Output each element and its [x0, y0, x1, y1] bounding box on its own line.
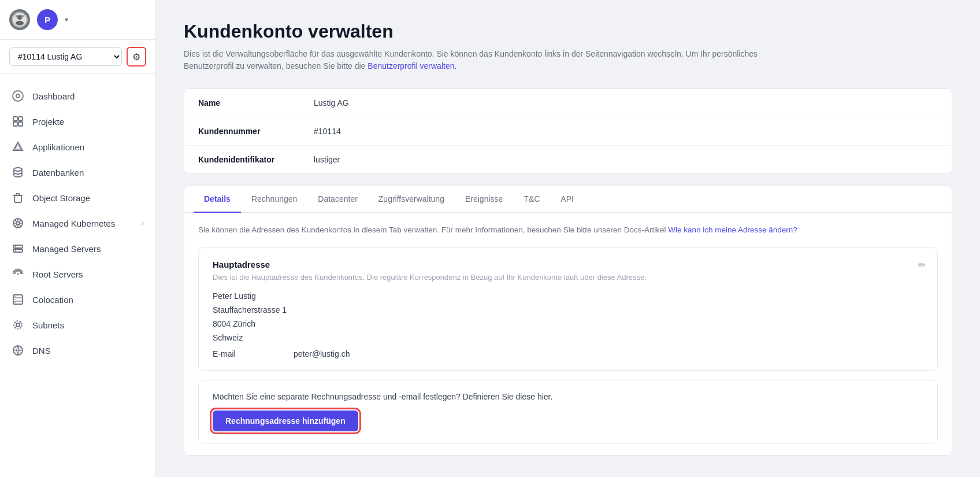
svg-rect-10 — [18, 117, 23, 121]
tab-details[interactable]: Details — [194, 186, 241, 213]
info-row-kundenidentifikator: Kundenidentifikator lustiger — [184, 146, 952, 173]
info-row-kundennummer: Kundennummer #10114 — [184, 117, 952, 146]
svg-point-17 — [17, 222, 20, 225]
svg-point-15 — [14, 168, 22, 171]
sidebar-item-label: Managed Kubernetes — [32, 219, 115, 228]
tab-ereignisse[interactable]: Ereignisse — [455, 186, 513, 213]
tab-info-text: Sie können die Adressen des Kundenkontos… — [198, 224, 938, 236]
info-label-kundenidentifikator: Kundenidentifikator — [198, 155, 291, 164]
user-dropdown-chevron[interactable]: ▾ — [65, 16, 68, 24]
main-content: Kundenkonto verwalten Dies ist die Verwa… — [156, 0, 980, 477]
sidebar-item-datenbanken[interactable]: Datenbanken — [0, 160, 155, 185]
info-row-name: Name Lustig AG — [184, 89, 952, 117]
root-servers-icon — [12, 268, 24, 280]
info-label-kundennummer: Kundennummer — [198, 127, 291, 136]
svg-rect-12 — [18, 122, 23, 126]
svg-point-2 — [16, 21, 24, 25]
managed-kubernetes-icon — [12, 217, 24, 230]
svg-rect-27 — [13, 249, 23, 252]
sidebar-item-label: Applikationen — [32, 142, 84, 152]
sidebar-item-root-servers[interactable]: Root Servers — [0, 261, 155, 287]
logo-icon — [9, 9, 30, 30]
sidebar-item-managed-servers[interactable]: Managed Servers — [0, 236, 155, 261]
info-value-kundennummer: #10114 — [314, 127, 341, 136]
svg-line-41 — [15, 326, 17, 328]
tab-zugriffsverwaltung[interactable]: Zugriffsverwaltung — [368, 186, 455, 213]
page-subtitle: Dies ist die Verwaltungsoberfläche für d… — [184, 48, 790, 72]
svg-point-8 — [16, 94, 20, 98]
tab-rechnungen[interactable]: Rechnungen — [241, 186, 307, 213]
sidebar-nav: Dashboard Projekte Applikationen — [0, 74, 155, 477]
sidebar-header: P ▾ — [0, 0, 155, 40]
svg-rect-11 — [13, 122, 17, 126]
svg-line-40 — [19, 322, 21, 324]
sidebar-item-applikationen[interactable]: Applikationen — [0, 134, 155, 160]
hauptadresse-title: Hauptadresse — [213, 260, 923, 269]
account-settings-button[interactable]: ⚙ — [127, 47, 146, 66]
address-city: 8004 Zürich — [213, 317, 923, 331]
svg-line-23 — [19, 224, 21, 227]
tabs-header: Details Rechnungen Datacenter Zugriffsve… — [184, 186, 952, 213]
svg-point-35 — [14, 299, 16, 300]
info-value-name: Lustig AG — [314, 98, 349, 108]
info-card: Name Lustig AG Kundennummer #10114 Kunde… — [184, 88, 952, 174]
tab-content-details: Sie können die Adressen des Kundenkontos… — [184, 213, 952, 455]
svg-point-36 — [14, 302, 16, 304]
svg-point-30 — [17, 273, 19, 275]
add-billing-button[interactable]: Rechnungsadresse hinzufügen — [213, 411, 358, 431]
chevron-right-icon: › — [142, 219, 144, 227]
svg-line-42 — [19, 326, 21, 328]
sidebar-item-subnets[interactable]: Subnets — [0, 312, 155, 338]
sidebar-item-dns[interactable]: DNS — [0, 338, 155, 363]
svg-rect-26 — [13, 245, 23, 248]
svg-point-34 — [14, 296, 16, 297]
sidebar-item-label: Root Servers — [32, 269, 83, 279]
sidebar-item-projekte[interactable]: Projekte — [0, 109, 155, 134]
hauptadresse-desc: Dies ist die Hauptadresse des Kundenkont… — [213, 273, 923, 282]
projekte-icon — [12, 115, 24, 128]
tab-api[interactable]: API — [550, 186, 584, 213]
datenbanken-icon — [12, 166, 24, 179]
billing-section: Möchten Sie eine separate Rechnungsadres… — [198, 380, 938, 443]
email-label: E-mail — [213, 349, 259, 358]
tabs-card: Details Rechnungen Datacenter Zugriffsve… — [184, 186, 952, 456]
profile-link[interactable]: Benutzerprofil verwalten. — [368, 61, 456, 71]
svg-rect-9 — [13, 117, 17, 121]
account-selector-row: #10114 Lustig AG ⚙ — [0, 40, 155, 74]
info-value-kundenidentifikator: lustiger — [314, 155, 340, 164]
sidebar-item-object-storage[interactable]: Object Storage — [0, 185, 155, 210]
sidebar-item-label: Managed Servers — [32, 244, 101, 254]
sidebar-item-label: Subnets — [32, 320, 64, 330]
subnets-icon — [12, 319, 24, 331]
user-avatar[interactable]: P — [37, 9, 58, 30]
hauptadresse-section: ✏ Hauptadresse Dies ist die Hauptadresse… — [198, 247, 938, 371]
info-label-name: Name — [198, 98, 291, 108]
edit-icon[interactable]: ✏ — [918, 260, 926, 271]
svg-point-4 — [21, 15, 24, 17]
address-country: Schweiz — [213, 331, 923, 345]
sidebar-item-label: Projekte — [32, 117, 64, 127]
tab-datacenter[interactable]: Datacenter — [307, 186, 368, 213]
account-select[interactable]: #10114 Lustig AG — [9, 47, 122, 66]
svg-line-24 — [19, 220, 21, 222]
sidebar-item-label: Colocation — [32, 295, 73, 305]
dns-icon — [12, 344, 24, 357]
billing-text: Möchten Sie eine separate Rechnungsadres… — [213, 392, 923, 401]
email-row: E-mail peter@lustig.ch — [213, 349, 923, 358]
svg-point-3 — [16, 15, 18, 17]
svg-point-7 — [13, 91, 23, 101]
address-info-link[interactable]: Wie kann ich meine Adresse ändern? — [668, 225, 797, 234]
svg-point-29 — [15, 250, 16, 252]
gear-icon: ⚙ — [132, 51, 140, 62]
sidebar-item-label: Dashboard — [32, 91, 75, 101]
sidebar-item-colocation[interactable]: Colocation — [0, 287, 155, 312]
page-title: Kundenkonto verwalten — [184, 21, 952, 42]
sidebar-item-label: Datenbanken — [32, 168, 84, 178]
svg-point-28 — [15, 246, 16, 247]
object-storage-icon — [12, 191, 24, 204]
svg-line-39 — [15, 322, 17, 324]
tab-tnc[interactable]: T&C — [513, 186, 550, 213]
sidebar-item-dashboard[interactable]: Dashboard — [0, 83, 155, 109]
email-value: peter@lustig.ch — [294, 349, 350, 358]
sidebar-item-managed-kubernetes[interactable]: Managed Kubernetes › — [0, 210, 155, 236]
